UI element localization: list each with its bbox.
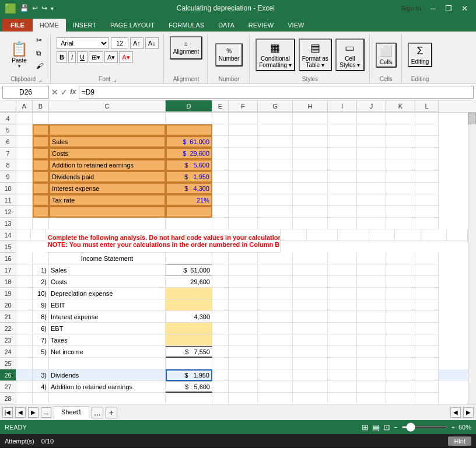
cell-k17[interactable]	[386, 264, 415, 276]
cell-l14[interactable]	[447, 229, 468, 241]
sheet-nav-prev[interactable]: ◀	[15, 407, 26, 418]
cell-a22[interactable]	[16, 323, 33, 334]
cell-j24[interactable]	[357, 346, 386, 358]
cell-b13[interactable]	[33, 218, 49, 229]
signin-button[interactable]: Sign In	[398, 4, 425, 13]
cell-e18[interactable]	[212, 276, 229, 288]
font-color-button[interactable]: A▾	[119, 51, 132, 63]
cell-l20[interactable]	[415, 299, 439, 311]
cell-f28[interactable]	[229, 393, 258, 404]
cell-e21[interactable]	[212, 311, 229, 323]
cell-l8[interactable]	[415, 159, 439, 171]
cell-h9[interactable]	[293, 171, 328, 183]
cell-i7[interactable]	[328, 148, 357, 159]
cell-c7[interactable]: Costs	[49, 148, 166, 159]
cell-a25[interactable]	[16, 358, 33, 369]
tab-review[interactable]: REVIEW	[242, 19, 281, 32]
tab-home[interactable]: HOME	[33, 19, 66, 32]
cell-k19[interactable]	[386, 288, 415, 299]
cell-d25[interactable]	[166, 358, 212, 369]
cell-h19[interactable]	[293, 288, 328, 299]
cell-c25[interactable]	[49, 358, 166, 369]
cell-a18[interactable]	[16, 276, 33, 288]
number-button[interactable]: % Number	[215, 43, 243, 67]
cell-g6[interactable]	[258, 136, 293, 148]
cell-k9[interactable]	[386, 171, 415, 183]
row-header-15[interactable]: 15	[0, 241, 16, 253]
cell-d7[interactable]: $ 29,600	[166, 148, 212, 159]
cell-i5[interactable]	[328, 124, 357, 136]
cell-h18[interactable]	[293, 276, 328, 288]
cell-l24[interactable]	[415, 346, 439, 358]
cell-l6[interactable]	[415, 136, 439, 148]
cell-j17[interactable]	[357, 264, 386, 276]
cell-l10[interactable]	[415, 183, 439, 194]
cell-k4[interactable]	[386, 113, 415, 124]
cell-c6[interactable]: Sales	[49, 136, 166, 148]
cell-f10[interactable]	[229, 183, 258, 194]
underline-button[interactable]: U	[77, 51, 88, 63]
cell-a4[interactable]	[16, 113, 33, 124]
cell-b12[interactable]	[33, 206, 49, 218]
cell-e24[interactable]	[212, 346, 229, 358]
cell-d13[interactable]	[166, 218, 212, 229]
cell-c17[interactable]: Sales	[49, 264, 166, 276]
cell-h4[interactable]	[293, 113, 328, 124]
cell-f18[interactable]	[229, 276, 258, 288]
cell-i8[interactable]	[328, 159, 357, 171]
cell-k21[interactable]	[386, 311, 415, 323]
cell-f8[interactable]	[229, 159, 258, 171]
cell-e22[interactable]	[212, 323, 229, 334]
cell-i13[interactable]	[328, 218, 357, 229]
cell-c22[interactable]: EBT	[49, 323, 166, 334]
cell-h24[interactable]	[293, 346, 328, 358]
cell-e10[interactable]	[212, 183, 229, 194]
cell-d6[interactable]: $ 61,000	[166, 136, 212, 148]
cell-d5[interactable]	[166, 124, 212, 136]
cell-g26[interactable]	[258, 369, 293, 381]
cell-c23[interactable]: Taxes	[49, 334, 166, 346]
cell-h13[interactable]	[293, 218, 328, 229]
page-break-icon[interactable]: ⊡	[383, 422, 390, 432]
cell-h20[interactable]	[293, 299, 328, 311]
cell-f11[interactable]	[229, 194, 258, 206]
quick-access-redo[interactable]: ↪	[41, 4, 47, 12]
cell-j14[interactable]	[395, 229, 421, 241]
col-header-h[interactable]: H	[293, 100, 328, 112]
row-header-16[interactable]: 16	[0, 253, 16, 264]
cell-e26[interactable]	[212, 369, 229, 381]
cell-c10[interactable]: Interest expense	[49, 183, 166, 194]
cell-a6[interactable]	[16, 136, 33, 148]
cell-k14[interactable]	[421, 229, 447, 241]
row-header-21[interactable]: 21	[0, 311, 16, 323]
cell-g7[interactable]	[258, 148, 293, 159]
cell-l4[interactable]	[415, 113, 439, 124]
cell-d28[interactable]	[166, 393, 212, 404]
cell-b7[interactable]	[33, 148, 49, 159]
row-header-10[interactable]: 10	[0, 183, 16, 194]
tab-view[interactable]: VIEW	[281, 19, 311, 32]
cell-g9[interactable]	[258, 171, 293, 183]
conditional-formatting-button[interactable]: ▦ ConditionalFormatting ▾	[256, 39, 295, 71]
zoom-slider[interactable]	[401, 426, 448, 428]
minimize-button[interactable]: ─	[427, 3, 439, 14]
cell-l21[interactable]	[415, 311, 439, 323]
cell-k28[interactable]	[386, 393, 415, 404]
cell-i20[interactable]	[328, 299, 357, 311]
cell-g21[interactable]	[258, 311, 293, 323]
cell-d20[interactable]	[166, 299, 212, 311]
cell-k23[interactable]	[386, 334, 415, 346]
cell-h12[interactable]	[293, 206, 328, 218]
cell-f25[interactable]	[229, 358, 258, 369]
cell-d26[interactable]: $ 1,950	[166, 369, 212, 381]
cell-g14[interactable]	[307, 229, 338, 241]
cell-f13[interactable]	[229, 218, 258, 229]
col-header-k[interactable]: K	[386, 100, 415, 112]
tab-formulas[interactable]: FORMULAS	[162, 19, 211, 32]
cell-g18[interactable]	[258, 276, 293, 288]
cell-a11[interactable]	[16, 194, 33, 206]
alignment-button[interactable]: ≡ Alignment	[170, 36, 202, 60]
cell-b11[interactable]	[33, 194, 49, 206]
cell-j11[interactable]	[357, 194, 386, 206]
cell-a10[interactable]	[16, 183, 33, 194]
